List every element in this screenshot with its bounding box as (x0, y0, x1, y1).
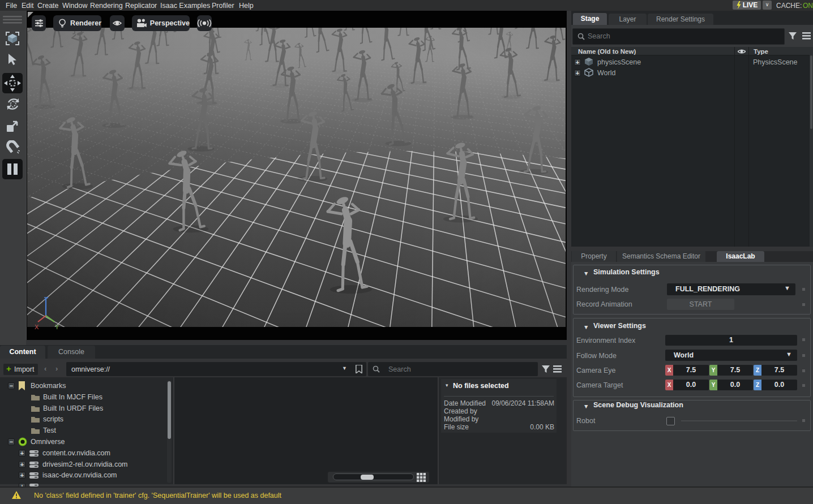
svg-text:Y: Y (55, 324, 59, 330)
svg-text:X: X (35, 324, 39, 330)
